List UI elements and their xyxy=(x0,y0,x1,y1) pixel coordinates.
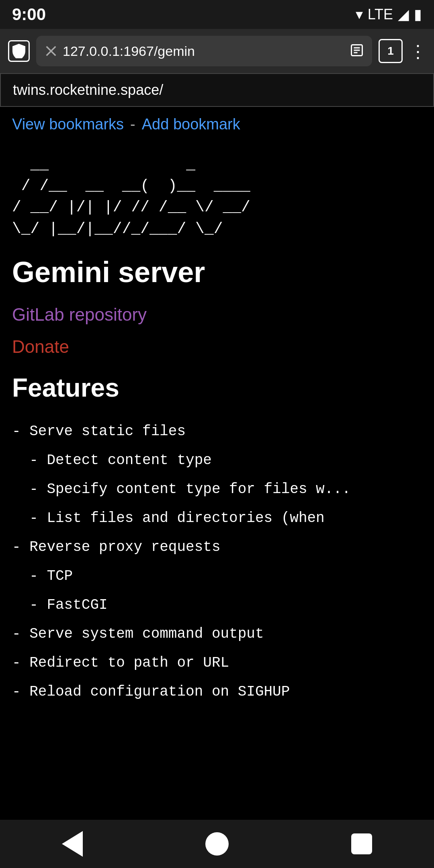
bookmark-separator: - xyxy=(130,116,135,133)
page-content: __ _ / /__ __ __( )__ ____ / __/ |/| |/ … xyxy=(0,142,434,747)
page-heading: Gemini server xyxy=(12,256,422,289)
bookmark-bar: View bookmarks - Add bookmark xyxy=(0,107,434,142)
tab-count: 1 xyxy=(387,45,394,57)
battery-icon: ▮ xyxy=(414,6,422,23)
signal-icon: ◢ xyxy=(398,6,409,23)
bottom-nav xyxy=(0,820,434,868)
recent-icon xyxy=(351,833,372,854)
donate-link[interactable]: Donate xyxy=(12,337,422,357)
status-bar: 9:00 ▾ LTE ◢ ▮ xyxy=(0,0,434,29)
lte-label: LTE xyxy=(368,6,393,23)
browser-chrome: 127.0.0.1:1967/gemin 1 ⋮ xyxy=(0,29,434,73)
address-text: 127.0.0.1:1967/gemin xyxy=(63,43,342,59)
reader-icon-btn[interactable] xyxy=(350,43,364,59)
back-icon xyxy=(62,831,83,857)
status-time: 9:00 xyxy=(12,5,46,24)
address-bar[interactable]: 127.0.0.1:1967/gemin xyxy=(36,36,372,66)
add-bookmark-link[interactable]: Add bookmark xyxy=(142,116,240,133)
more-menu-button[interactable]: ⋮ xyxy=(409,41,426,61)
ascii-art: __ _ / /__ __ __( )__ ____ / __/ |/| |/ … xyxy=(12,154,422,240)
recent-apps-button[interactable] xyxy=(346,828,378,860)
home-button[interactable] xyxy=(201,828,233,860)
view-bookmarks-link[interactable]: View bookmarks xyxy=(12,116,124,133)
wifi-icon: ▾ xyxy=(356,6,363,23)
features-heading: Features xyxy=(12,373,422,403)
url-bar[interactable]: twins.rocketnine.space/ xyxy=(0,73,434,107)
gitlab-link[interactable]: GitLab repository xyxy=(12,305,422,325)
current-url: twins.rocketnine.space/ xyxy=(13,82,163,98)
shield-icon[interactable] xyxy=(8,40,30,62)
status-icons: ▾ LTE ◢ ▮ xyxy=(356,6,422,23)
home-icon xyxy=(205,832,229,856)
back-button[interactable] xyxy=(56,828,88,860)
feature-list: - Serve static files - Detect content ty… xyxy=(12,417,422,706)
tab-count-button[interactable]: 1 xyxy=(379,39,403,63)
